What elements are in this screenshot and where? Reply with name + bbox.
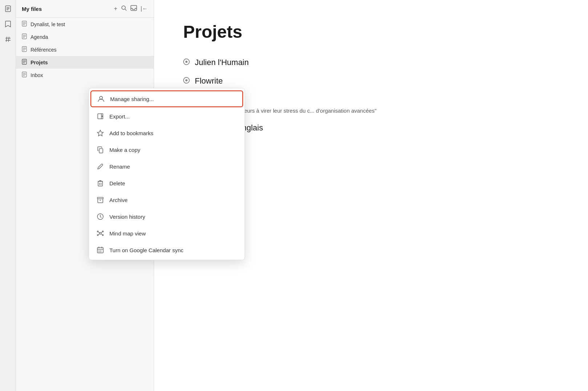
doc-icon-projets bbox=[22, 59, 27, 66]
svg-rect-39 bbox=[97, 197, 103, 199]
menu-mindmap-label: Mind map view bbox=[109, 230, 146, 237]
doc-icon-agenda bbox=[22, 33, 27, 40]
list-item-flowrite: Flowrite bbox=[183, 75, 559, 87]
copy-icon bbox=[96, 146, 104, 154]
context-menu: Manage sharing... Export... Add to bo bbox=[89, 88, 245, 260]
bullet-dot-flowrite bbox=[183, 77, 190, 84]
menu-copy-label: Make a copy bbox=[109, 147, 140, 153]
menu-delete-label: Delete bbox=[109, 180, 125, 186]
add-icon[interactable]: + bbox=[114, 5, 117, 12]
sidebar-item-dynalist-label: Dynalist, le test bbox=[31, 21, 65, 27]
calendar-icon bbox=[96, 246, 104, 254]
svg-rect-35 bbox=[99, 149, 103, 153]
svg-point-43 bbox=[97, 231, 98, 232]
doc-icon-inbox bbox=[22, 72, 27, 78]
documents-icon[interactable] bbox=[4, 4, 12, 13]
menu-item-bookmarks[interactable]: Add to bookmarks bbox=[89, 125, 245, 141]
svg-rect-32 bbox=[98, 114, 101, 119]
pencil-icon bbox=[96, 162, 104, 170]
bullet-dot-inner-flowrite bbox=[185, 79, 188, 81]
doc-icon bbox=[22, 21, 27, 28]
svg-line-7 bbox=[8, 37, 9, 42]
sidebar-item-references-label: Références bbox=[31, 47, 57, 53]
menu-item-manage-sharing[interactable]: Manage sharing... bbox=[90, 90, 243, 107]
menu-export-label: Export... bbox=[109, 113, 130, 120]
sidebar-item-dynalist[interactable]: Dynalist, le test bbox=[16, 18, 154, 31]
bullet-dot bbox=[183, 59, 190, 65]
doc-icon-references bbox=[22, 46, 27, 53]
sidebar-header: My files + |← bbox=[16, 0, 154, 18]
svg-line-49 bbox=[98, 234, 100, 235]
svg-point-8 bbox=[122, 6, 125, 9]
menu-rename-label: Rename bbox=[109, 164, 130, 170]
svg-point-44 bbox=[102, 231, 104, 232]
inbox-icon[interactable] bbox=[130, 5, 137, 12]
person-icon bbox=[97, 95, 105, 103]
sidebar-item-inbox-label: Inbox bbox=[31, 72, 43, 78]
mindmap-icon bbox=[96, 229, 104, 237]
sidebar-item-agenda[interactable]: Agenda bbox=[16, 31, 154, 43]
svg-line-48 bbox=[101, 232, 102, 233]
menu-item-rename[interactable]: Rename bbox=[89, 158, 245, 175]
svg-line-6 bbox=[6, 37, 7, 42]
menu-manage-sharing-label: Manage sharing... bbox=[110, 96, 154, 102]
hashtag-icon[interactable] bbox=[4, 35, 12, 44]
search-icon[interactable] bbox=[121, 5, 127, 12]
archive-icon bbox=[96, 196, 104, 204]
export-icon bbox=[96, 112, 104, 120]
list-item-flowrite-text: Flowrite bbox=[195, 75, 223, 87]
list-item-julien-content: Julien l'Humain bbox=[195, 56, 249, 68]
sidebar: My files + |← bbox=[16, 0, 154, 391]
menu-item-mindmap[interactable]: Mind map view bbox=[89, 225, 245, 242]
menu-item-export[interactable]: Export... bbox=[89, 108, 245, 125]
menu-item-google-calendar[interactable]: Turn on Google Calendar sync bbox=[89, 242, 245, 258]
clock-icon bbox=[96, 213, 104, 221]
menu-version-history-label: Version history bbox=[109, 214, 145, 220]
menu-bookmarks-label: Add to bookmarks bbox=[109, 130, 153, 136]
svg-line-9 bbox=[125, 9, 126, 11]
svg-point-31 bbox=[100, 96, 102, 99]
sidebar-item-projets-label: Projets bbox=[31, 60, 48, 65]
svg-point-45 bbox=[97, 235, 98, 236]
list-item-julien: Julien l'Humain bbox=[183, 56, 559, 68]
page-title: Projets bbox=[183, 22, 559, 42]
collapse-icon[interactable]: |← bbox=[141, 5, 148, 12]
sidebar-item-agenda-label: Agenda bbox=[31, 34, 48, 40]
menu-item-version-history[interactable]: Version history bbox=[89, 208, 245, 225]
trash-icon bbox=[96, 179, 104, 187]
star-icon bbox=[96, 129, 104, 137]
svg-point-46 bbox=[102, 235, 104, 236]
menu-item-delete[interactable]: Delete bbox=[89, 175, 245, 192]
svg-line-47 bbox=[98, 232, 100, 233]
svg-marker-34 bbox=[97, 130, 103, 136]
menu-item-archive[interactable]: Archive bbox=[89, 192, 245, 208]
list-item-julien-text: Julien l'Humain bbox=[195, 56, 249, 68]
menu-google-calendar-label: Turn on Google Calendar sync bbox=[109, 247, 184, 253]
sidebar-item-inbox[interactable]: Inbox bbox=[16, 69, 154, 81]
sidebar-title: My files bbox=[22, 6, 42, 12]
bullet-dot-inner bbox=[185, 61, 188, 63]
icon-rail bbox=[0, 0, 16, 391]
sidebar-actions: + |← bbox=[114, 5, 148, 12]
menu-archive-label: Archive bbox=[109, 197, 128, 203]
list-item-flowrite-content: Flowrite bbox=[195, 75, 223, 87]
bookmark-icon[interactable] bbox=[4, 20, 12, 28]
menu-item-copy[interactable]: Make a copy bbox=[89, 141, 245, 158]
sidebar-item-references[interactable]: Références bbox=[16, 43, 154, 56]
sidebar-item-projets[interactable]: Projets bbox=[16, 56, 154, 69]
svg-line-50 bbox=[101, 234, 102, 235]
svg-rect-10 bbox=[131, 5, 137, 11]
svg-rect-36 bbox=[98, 181, 102, 186]
